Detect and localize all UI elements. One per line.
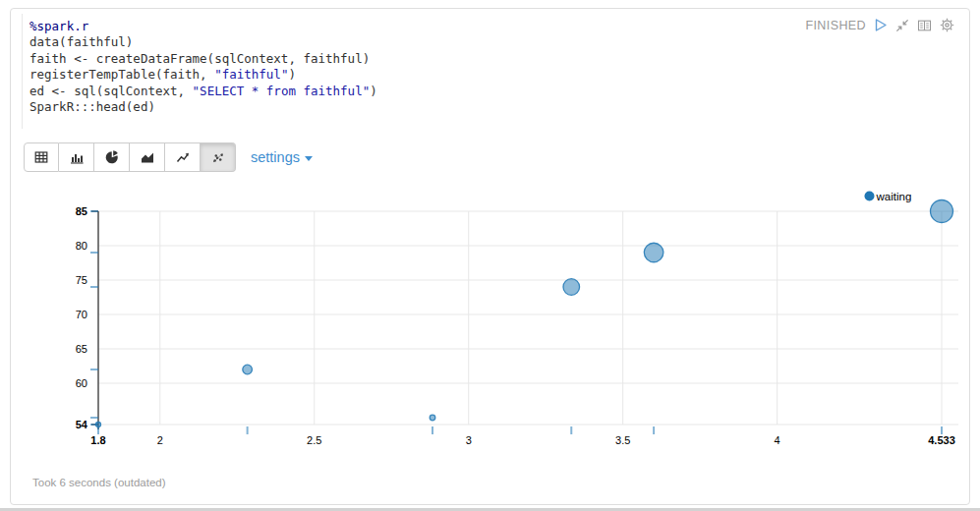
chart-type-area-button[interactable] <box>130 142 165 172</box>
y-tick-label: 54 <box>76 419 88 430</box>
x-tick-label: 1.8 <box>90 434 105 446</box>
pie-chart-icon <box>105 150 119 164</box>
paragraph-status-bar: FINISHED <box>805 18 954 32</box>
x-tick-label: 2 <box>157 434 163 446</box>
x-tick-label: 4 <box>775 434 780 446</box>
scatter-chart-icon <box>211 150 225 164</box>
settings-dropdown[interactable]: settings <box>251 149 313 165</box>
data-point[interactable] <box>243 365 253 374</box>
chart-type-toolbar <box>24 142 236 172</box>
data-point[interactable] <box>430 415 435 421</box>
y-tick-label: 80 <box>76 240 87 252</box>
collapse-button[interactable] <box>895 19 909 32</box>
y-tick-label: 60 <box>76 377 87 389</box>
legend-swatch <box>865 192 875 201</box>
chart-type-scatter-button[interactable] <box>201 142 236 172</box>
data-point[interactable] <box>644 243 663 262</box>
scatter-chart: 546065707580851.822.533.544.533waiting <box>0 182 980 467</box>
code-line: registerTempTable(faith, "faithful") <box>29 67 777 83</box>
editor-toggle-button[interactable] <box>917 19 932 32</box>
x-tick-label: 4.533 <box>928 434 955 446</box>
area-chart-icon <box>141 150 154 164</box>
x-tick-label: 3.5 <box>615 434 630 446</box>
table-icon <box>34 150 48 164</box>
gear-icon <box>940 18 954 32</box>
y-tick-label: 65 <box>76 343 87 355</box>
y-tick-label: 75 <box>76 274 87 286</box>
zeppelin-paragraph: %spark.rdata(faithful)faith <- createDat… <box>0 0 980 511</box>
chart-type-table-button[interactable] <box>24 142 59 172</box>
chart-type-line-button[interactable] <box>165 142 201 172</box>
compress-icon <box>895 19 909 32</box>
status-badge: FINISHED <box>805 19 866 32</box>
chart-type-bar-button[interactable] <box>59 142 94 172</box>
book-icon <box>917 19 932 32</box>
settings-label: settings <box>251 149 300 165</box>
caret-down-icon <box>305 156 313 161</box>
code-line: ed <- sql(sqlContext, "SELECT * from fai… <box>29 84 777 99</box>
play-icon <box>874 18 888 32</box>
bar-chart-icon <box>70 150 84 164</box>
code-line: %spark.r <box>29 19 777 34</box>
legend-item[interactable]: waiting <box>865 191 912 202</box>
paragraph-settings-button[interactable] <box>940 18 954 32</box>
code-line: faith <- createDataFrame(sqlContext, fai… <box>29 51 777 67</box>
line-chart-icon <box>176 150 190 164</box>
chart-type-pie-button[interactable] <box>94 142 130 172</box>
run-button[interactable] <box>874 18 888 32</box>
x-tick-label: 3 <box>466 434 472 446</box>
status-actions <box>874 18 954 32</box>
x-tick-label: 2.5 <box>307 434 321 446</box>
code-line: SparkR:::head(ed) <box>29 99 777 115</box>
result-toolbar: settings <box>24 142 313 172</box>
legend-label: waiting <box>876 191 912 202</box>
data-point[interactable] <box>931 200 953 223</box>
code-line: data(faithful) <box>29 34 777 50</box>
execution-time: Took 6 seconds (outdated) <box>32 477 166 488</box>
code-editor[interactable]: %spark.rdata(faithful)faith <- createDat… <box>22 14 777 129</box>
y-tick-label: 85 <box>76 205 87 217</box>
y-tick-label: 70 <box>76 309 87 320</box>
data-point[interactable] <box>563 279 580 296</box>
data-point[interactable] <box>96 423 101 427</box>
